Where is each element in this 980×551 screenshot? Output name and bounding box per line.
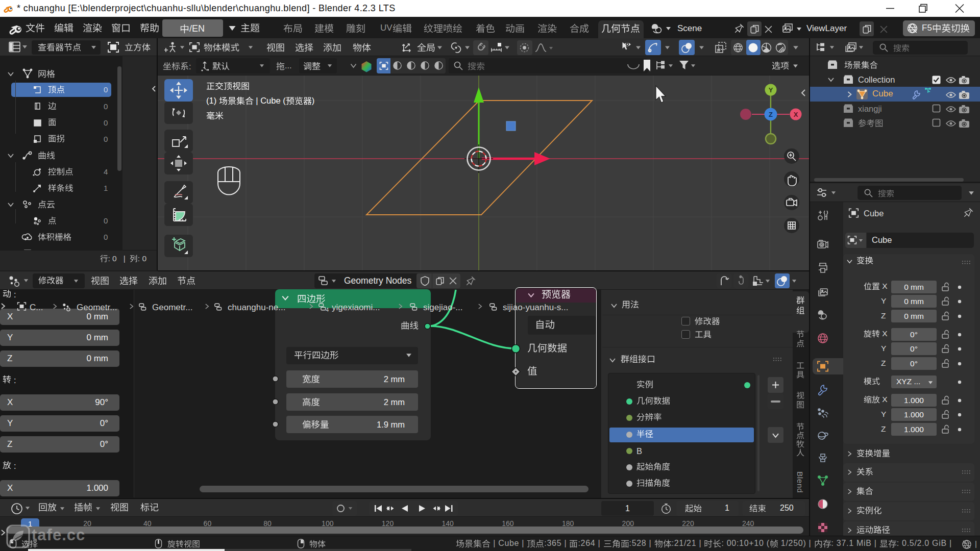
svg-text:Y: Y (769, 86, 773, 94)
svg-text:X: X (794, 111, 798, 118)
svg-text:Z: Z (769, 111, 773, 118)
